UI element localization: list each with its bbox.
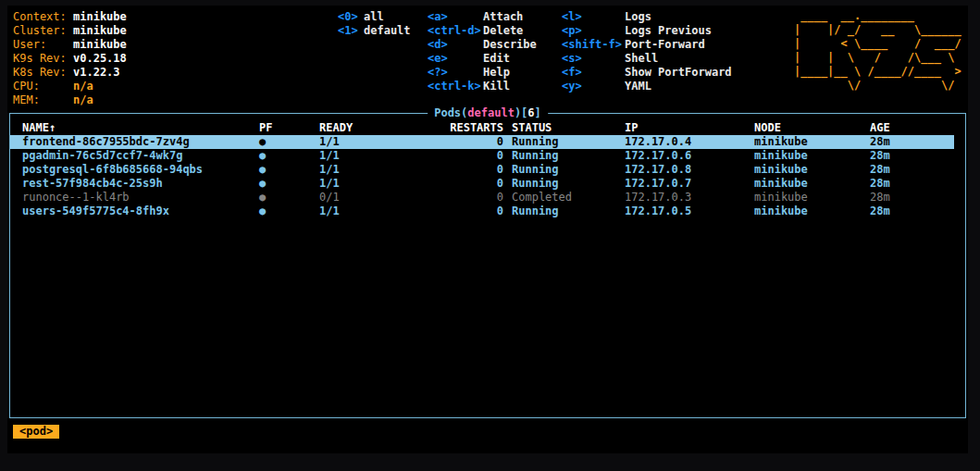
age-cell: 28m xyxy=(870,163,954,177)
port-forward-indicator: ● xyxy=(256,149,319,163)
status-cell: Running xyxy=(503,135,625,149)
age-cell: 28m xyxy=(870,205,954,218)
pod-row-rest[interactable]: rest-57f984cb4c-25s9h ● 1/1 0 Running 17… xyxy=(10,177,954,191)
node-cell: minikube xyxy=(754,177,870,191)
ip-cell: 172.17.0.5 xyxy=(625,205,754,218)
pod-row-users[interactable]: users-549f5775c4-8fh9x ● 1/1 0 Running 1… xyxy=(10,205,954,218)
info-value: v0.25.18 xyxy=(73,52,127,65)
info-label: CPU: xyxy=(13,80,73,93)
age-cell: 28m xyxy=(870,135,954,149)
column-header-restarts: RESTARTS xyxy=(437,121,503,135)
column-header-node: NODE xyxy=(754,121,870,135)
hotkey-port-forward[interactable]: <shift-f>Port-Forward xyxy=(562,38,732,52)
pod-name-cell: runonce--1-kl4rb xyxy=(22,191,256,205)
age-cell: 28m xyxy=(870,177,954,191)
logo-line: | < \____ / ___/ xyxy=(794,37,961,51)
restarts-cell: 0 xyxy=(437,205,503,218)
terminal: Context:minikube Cluster:minikube User:m… xyxy=(7,6,968,453)
hotkey-key: <?> xyxy=(428,66,483,80)
action-hotkeys-col1: <a>Attach <ctrl-d>Delete <d>Describe <e>… xyxy=(428,10,537,93)
ready-cell: 1/1 xyxy=(319,205,437,218)
hotkey-label: all xyxy=(364,10,384,23)
hotkey-all-namespaces[interactable]: <0>all xyxy=(338,10,411,24)
restarts-cell: 0 xyxy=(437,149,503,163)
column-header-status: STATUS xyxy=(503,121,625,135)
hotkey-show-portforward[interactable]: <f>Show PortForward xyxy=(562,66,732,80)
pod-name-cell: frontend-86c7955bdc-7zv4g xyxy=(22,135,256,149)
hotkey-logs[interactable]: <l>Logs xyxy=(562,10,732,24)
age-cell: 28m xyxy=(870,149,954,163)
column-header-name[interactable]: NAME↑ xyxy=(22,121,256,135)
ready-cell: 1/1 xyxy=(319,149,437,163)
hotkey-label: Help xyxy=(483,66,510,79)
pod-name-cell: rest-57f984cb4c-25s9h xyxy=(22,177,256,191)
hotkey-key: <shift-f> xyxy=(562,38,625,52)
hotkey-key: <p> xyxy=(562,24,625,38)
info-value: minikube xyxy=(73,10,127,23)
ip-cell: 172.17.0.8 xyxy=(625,163,754,177)
hotkey-describe[interactable]: <d>Describe xyxy=(428,38,537,52)
breadcrumb-pod[interactable]: <pod> xyxy=(13,425,59,439)
info-context: Context:minikube xyxy=(13,10,127,24)
restarts-cell: 0 xyxy=(437,191,503,205)
title-bracket: )[ xyxy=(515,106,527,119)
pod-row-runonce[interactable]: runonce--1-kl4rb ● 0/1 0 Completed 172.1… xyxy=(10,191,954,205)
hotkey-key: <ctrl-d> xyxy=(428,24,483,38)
ready-cell: 0/1 xyxy=(319,191,437,205)
hotkey-attach[interactable]: <a>Attach xyxy=(428,10,537,24)
column-header-age: AGE xyxy=(870,121,954,135)
hotkey-yaml[interactable]: <y>YAML xyxy=(562,80,732,93)
hotkey-logs-previous[interactable]: <p>Logs Previous xyxy=(562,24,732,38)
hotkey-key: <e> xyxy=(428,52,483,66)
info-label: K9s Rev: xyxy=(13,52,73,66)
info-label: Context: xyxy=(13,10,73,24)
k9s-window: Context:minikube Cluster:minikube User:m… xyxy=(0,0,980,471)
hotkey-key: <a> xyxy=(428,10,483,24)
cluster-info-panel: Context:minikube Cluster:minikube User:m… xyxy=(13,10,127,107)
info-value: n/a xyxy=(73,80,93,93)
port-forward-indicator: ● xyxy=(256,135,319,149)
table-header-row: NAME↑ PF READY RESTARTS STATUS IP NODE A… xyxy=(10,121,954,135)
hotkey-default-namespace[interactable]: <1>default xyxy=(338,24,411,38)
info-label: MEM: xyxy=(13,93,73,107)
hotkey-label: Port-Forward xyxy=(625,38,705,51)
hotkey-key: <d> xyxy=(428,38,483,52)
title-namespace: default xyxy=(467,106,515,119)
hotkey-key: <s> xyxy=(562,52,625,66)
hotkey-key: <f> xyxy=(562,66,625,80)
hotkey-label: default xyxy=(364,24,411,37)
node-cell: minikube xyxy=(754,191,870,205)
hotkey-shell[interactable]: <s>Shell xyxy=(562,52,732,66)
ready-cell: 1/1 xyxy=(319,163,437,177)
info-label: User: xyxy=(13,38,73,52)
hotkey-help[interactable]: <?>Help xyxy=(428,66,537,80)
pod-row-pgadmin[interactable]: pgadmin-76c5d7ccf7-4wk7g ● 1/1 0 Running… xyxy=(10,149,954,163)
port-forward-indicator: ● xyxy=(256,163,319,177)
pod-row-postgresql[interactable]: postgresql-6f8b685668-94qbs ● 1/1 0 Runn… xyxy=(10,163,954,177)
node-cell: minikube xyxy=(754,149,870,163)
hotkey-kill[interactable]: <ctrl-k>Kill xyxy=(428,80,537,93)
logo-line: | |/ _/ __ \______ xyxy=(794,23,961,37)
status-cell: Running xyxy=(503,149,625,163)
logo-line: |____|__ \ /____//____ > xyxy=(794,65,961,79)
info-user: User:minikube xyxy=(13,38,127,52)
hotkey-label: Logs Previous xyxy=(625,24,712,37)
info-value: v1.22.3 xyxy=(73,66,120,79)
node-cell: minikube xyxy=(754,135,870,149)
hotkey-key: <ctrl-k> xyxy=(428,80,483,93)
info-label: K8s Rev: xyxy=(13,66,73,80)
hotkey-delete[interactable]: <ctrl-d>Delete xyxy=(428,24,537,38)
pod-name-cell: pgadmin-76c5d7ccf7-4wk7g xyxy=(22,149,256,163)
hotkey-key: <1> xyxy=(338,24,364,38)
age-cell: 28m xyxy=(870,191,954,205)
info-cpu: CPU:n/a xyxy=(13,80,127,93)
hotkey-label: Delete xyxy=(483,24,523,37)
hotkey-label: Shell xyxy=(625,52,658,65)
info-label: Cluster: xyxy=(13,24,73,38)
hotkey-edit[interactable]: <e>Edit xyxy=(428,52,537,66)
pods-table-title: Pods(default)[6] xyxy=(428,106,548,120)
k9s-logo: ____ __.________ | |/ _/ __ \______ | < … xyxy=(794,9,961,93)
pod-row-frontend[interactable]: frontend-86c7955bdc-7zv4g ● 1/1 0 Runnin… xyxy=(10,135,954,149)
title-resource: Pods( xyxy=(434,106,467,119)
status-cell: Running xyxy=(503,205,625,218)
